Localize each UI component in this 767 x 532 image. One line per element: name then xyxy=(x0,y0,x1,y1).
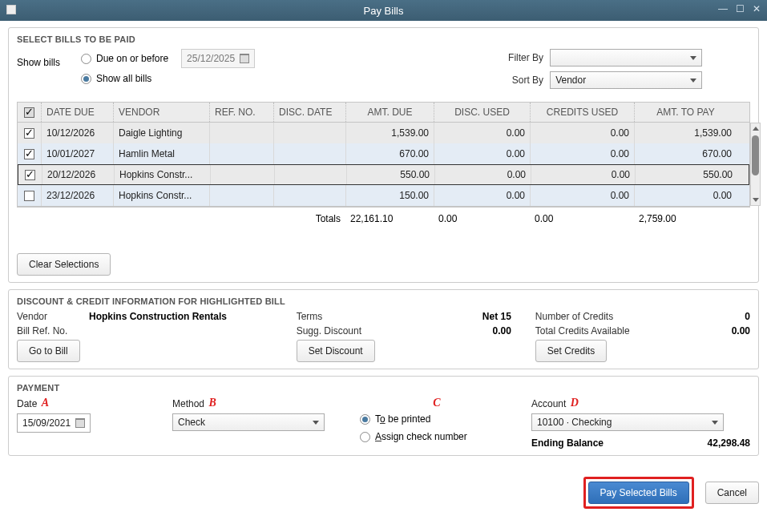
select-all-checkbox[interactable] xyxy=(24,107,34,118)
cell-vendor: Hopkins Constr... xyxy=(115,165,211,184)
select-bills-heading: SELECT BILLS TO BE PAID xyxy=(17,34,750,44)
payment-date-input[interactable]: 15/09/2021 xyxy=(17,413,91,433)
cell-disc-date xyxy=(274,185,346,206)
col-disc-used[interactable]: DISC. USED xyxy=(434,103,531,122)
annotation-letter-c: C xyxy=(433,397,440,409)
clear-selections-button[interactable]: Clear Selections xyxy=(17,253,111,276)
payment-account-value: 10100 · Checking xyxy=(537,417,705,428)
bills-table: DATE DUE VENDOR REF. NO. DISC. DATE AMT.… xyxy=(17,102,750,229)
col-ref-no[interactable]: REF. NO. xyxy=(210,103,274,122)
col-credits-used[interactable]: CREDITS USED xyxy=(531,103,635,122)
calendar-icon[interactable] xyxy=(75,418,85,428)
totals-credits-used: 0.00 xyxy=(530,213,634,224)
row-checkbox[interactable] xyxy=(25,170,35,180)
radio-assign-check-label: Assign check number xyxy=(375,431,467,442)
col-amt-to-pay[interactable]: AMT. TO PAY xyxy=(635,103,737,122)
col-vendor[interactable]: VENDOR xyxy=(114,103,210,122)
filter-by-select[interactable] xyxy=(550,49,702,66)
cell-date-due: 10/01/2027 xyxy=(42,143,114,164)
set-credits-button[interactable]: Set Credits xyxy=(535,340,607,362)
payment-method-value: Check xyxy=(178,417,306,428)
terms-value: Net 15 xyxy=(482,311,511,322)
cell-disc-date xyxy=(274,143,346,164)
sort-by-label: Sort By xyxy=(495,75,543,86)
table-scrollbar[interactable] xyxy=(750,123,761,206)
cell-ref xyxy=(210,123,274,143)
radio-all-label: Show all bills xyxy=(96,73,151,84)
row-checkbox[interactable] xyxy=(24,128,34,139)
cell-ref xyxy=(211,165,275,184)
minimize-button[interactable]: — xyxy=(718,3,728,14)
cell-date-due: 10/12/2026 xyxy=(42,123,114,143)
cell-amt-to-pay: 1,539.00 xyxy=(635,123,737,143)
scroll-down-icon[interactable] xyxy=(751,195,760,205)
calendar-icon xyxy=(240,54,249,63)
total-credits-label: Total Credits Available xyxy=(535,325,630,337)
vendor-value: Hopkins Construction Rentals xyxy=(89,311,227,322)
cell-amt-due: 1,539.00 xyxy=(346,123,434,143)
chevron-down-icon xyxy=(313,421,319,425)
totals-row: Totals 22,161.10 0.00 0.00 2,759.00 xyxy=(17,207,750,229)
table-row[interactable]: 10/12/2026 Daigle Lighting 1,539.00 0.00… xyxy=(18,123,749,143)
cell-amt-due: 670.00 xyxy=(346,143,434,164)
num-credits-value: 0 xyxy=(745,311,750,322)
cancel-button[interactable]: Cancel xyxy=(705,482,759,504)
table-row[interactable]: 10/01/2027 Hamlin Metal 670.00 0.00 0.00… xyxy=(18,143,749,164)
close-button[interactable]: ✕ xyxy=(753,3,761,14)
cell-disc-used: 0.00 xyxy=(434,123,531,143)
cell-vendor: Hamlin Metal xyxy=(114,143,210,164)
payment-method-select[interactable]: Check xyxy=(172,413,325,431)
cell-ref xyxy=(210,185,274,206)
scroll-up-icon[interactable] xyxy=(751,123,760,134)
annotation-letter-d: D xyxy=(571,397,579,409)
sort-by-value: Vendor xyxy=(555,75,684,86)
radio-show-all-bills[interactable] xyxy=(81,74,91,84)
sugg-discount-value: 0.00 xyxy=(492,325,511,337)
discount-heading: DISCOUNT & CREDIT INFORMATION FOR HIGHLI… xyxy=(17,296,750,306)
totals-label: Totals xyxy=(281,213,345,224)
cell-credits-used: 0.00 xyxy=(531,185,635,206)
chevron-down-icon xyxy=(712,421,718,425)
dialog-footer: Pay Selected Bills Cancel xyxy=(0,470,767,518)
radio-to-be-printed-label: To be printed xyxy=(375,413,430,425)
primary-button-highlight: Pay Selected Bills xyxy=(583,477,694,509)
cell-credits-used: 0.00 xyxy=(531,165,636,184)
totals-amt-to-pay: 2,759.00 xyxy=(634,213,736,224)
billref-label: Bill Ref. No. xyxy=(17,325,89,337)
col-amt-due[interactable]: AMT. DUE xyxy=(346,103,434,122)
cell-vendor: Daigle Lighting xyxy=(114,123,210,143)
set-discount-button[interactable]: Set Discount xyxy=(297,340,375,362)
radio-assign-check-number[interactable] xyxy=(360,432,370,442)
sugg-discount-label: Sugg. Discount xyxy=(297,325,377,337)
cell-disc-date xyxy=(275,165,347,184)
cell-date-due: 20/12/2026 xyxy=(42,165,115,184)
col-date-due[interactable]: DATE DUE xyxy=(42,103,114,122)
num-credits-label: Number of Credits xyxy=(535,311,613,322)
window-title: Pay Bills xyxy=(0,5,767,17)
row-checkbox[interactable] xyxy=(24,149,34,159)
radio-to-be-printed[interactable] xyxy=(360,414,370,425)
totals-amt-due: 22,161.10 xyxy=(345,213,434,224)
scroll-thumb[interactable] xyxy=(752,135,759,175)
table-row[interactable]: 20/12/2026 Hopkins Constr... 550.00 0.00… xyxy=(18,164,749,185)
table-row[interactable]: 23/12/2026 Hopkins Constr... 150.00 0.00… xyxy=(18,185,749,206)
col-disc-date[interactable]: DISC. DATE xyxy=(274,103,346,122)
radio-due-on-or-before[interactable] xyxy=(81,54,91,64)
sort-by-select[interactable]: Vendor xyxy=(550,71,702,89)
maximize-button[interactable]: ☐ xyxy=(736,3,745,14)
payment-account-select[interactable]: 10100 · Checking xyxy=(531,413,724,431)
cell-credits-used: 0.00 xyxy=(531,123,635,143)
cell-disc-used: 0.00 xyxy=(435,165,531,184)
total-credits-value: 0.00 xyxy=(732,325,750,337)
row-checkbox[interactable] xyxy=(24,191,34,201)
cell-disc-used: 0.00 xyxy=(434,185,531,206)
select-bills-panel: SELECT BILLS TO BE PAID Show bills Due o… xyxy=(8,27,759,283)
cell-date-due: 23/12/2026 xyxy=(42,185,114,206)
go-to-bill-button[interactable]: Go to Bill xyxy=(17,340,80,362)
ending-balance-value: 42,298.48 xyxy=(708,437,750,449)
cell-disc-date xyxy=(274,123,346,143)
pay-selected-bills-button[interactable]: Pay Selected Bills xyxy=(588,482,689,504)
cell-amt-to-pay: 0.00 xyxy=(635,185,737,206)
payment-heading: PAYMENT xyxy=(17,383,750,393)
cell-amt-to-pay: 670.00 xyxy=(635,143,737,164)
